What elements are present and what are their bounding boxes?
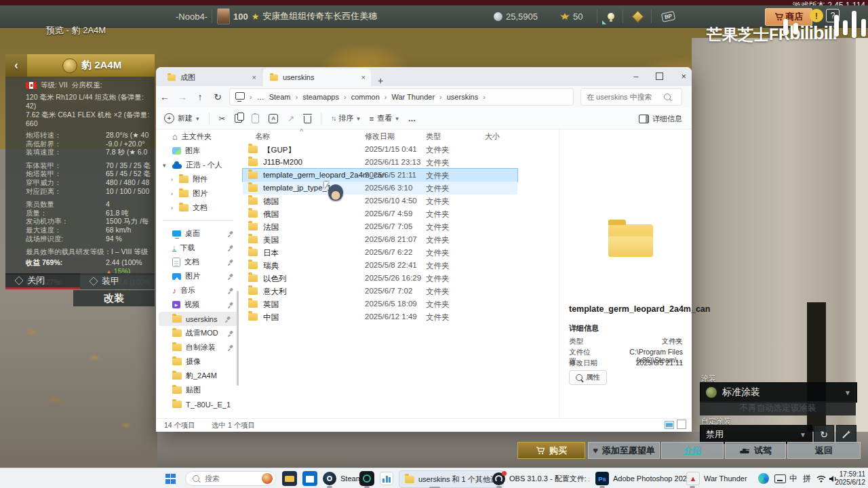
- taskbar-clock[interactable]: 17:59:11 2025/6/12: [826, 470, 865, 487]
- explorer-search-input[interactable]: [585, 92, 664, 102]
- taskbar-search[interactable]: [185, 471, 276, 486]
- sidebar-item-camera[interactable]: 摄像: [156, 354, 240, 369]
- forward-nav-icon[interactable]: →: [174, 92, 191, 102]
- file-row[interactable]: 德国2025/6/10 4:50文件夹: [243, 195, 538, 207]
- sidebar-item-gallery[interactable]: 图库: [156, 144, 240, 158]
- taskbar-search-input[interactable]: [203, 474, 254, 483]
- breadcrumb-item[interactable]: steamapps: [302, 93, 339, 101]
- tab-close-icon[interactable]: ×: [361, 73, 366, 81]
- breadcrumb-item[interactable]: userskins: [447, 93, 478, 101]
- test-drive-button[interactable]: 试驾: [725, 442, 786, 459]
- taskbar-explorer-task[interactable]: userskins 和 1 个其他选: [399, 470, 504, 488]
- sidebar-item-documents[interactable]: 文档: [156, 255, 240, 269]
- more-button[interactable]: …: [408, 115, 416, 123]
- paint-dropdown[interactable]: 标准涂装 ▼: [700, 382, 857, 403]
- back-nav-icon[interactable]: ←: [156, 92, 174, 102]
- breadcrumb-item[interactable]: Steam: [269, 93, 291, 101]
- list-view-toggle[interactable]: [665, 421, 674, 429]
- file-row[interactable]: 俄国2025/6/7 4:59文件夹: [243, 207, 538, 220]
- magic-wand-button[interactable]: [836, 425, 856, 444]
- file-row[interactable]: 美国2025/6/8 21:07文件夹: [243, 233, 538, 246]
- sidebar-item-pictures[interactable]: 图片: [156, 269, 240, 283]
- column-size[interactable]: 大小: [485, 131, 500, 142]
- modifications-button[interactable]: 改装: [73, 290, 155, 306]
- rename-button[interactable]: A: [269, 114, 278, 123]
- sidebar-item-custom-skins[interactable]: 自制涂装: [156, 340, 240, 354]
- taskbar-steam[interactable]: Steam: [323, 468, 362, 488]
- view-button[interactable]: ≡ 查看 ▾: [370, 113, 399, 123]
- refresh-skins-button[interactable]: ↻: [814, 425, 834, 444]
- breadcrumb-item[interactable]: War Thunder: [391, 93, 435, 101]
- column-date[interactable]: 修改日期: [365, 131, 395, 142]
- file-row[interactable]: 中国2025/6/12 1:49文件夹: [243, 310, 538, 323]
- crew-slot[interactable]: 100 ★ 安康鱼组组传奇车长西住美穗: [217, 5, 377, 27]
- sidebar-item-leopard[interactable]: 豹_2A4M: [156, 369, 240, 383]
- chevron-right-icon[interactable]: ›: [171, 176, 173, 183]
- ime-language[interactable]: 中: [789, 468, 797, 488]
- details-pane-button[interactable]: 详细信息: [639, 108, 682, 129]
- custom-paint-dropdown[interactable]: 禁用 ▼: [700, 425, 812, 444]
- breadcrumb[interactable]: › … Steam › steamapps › common › War Thu…: [229, 88, 574, 106]
- ime-mode[interactable]: 拼: [803, 468, 811, 488]
- refresh-icon[interactable]: ↻: [209, 92, 226, 102]
- start-button[interactable]: [165, 468, 176, 488]
- silver-lions-counter[interactable]: 25,5905: [494, 5, 538, 27]
- chevron-right-icon[interactable]: ›: [171, 190, 173, 197]
- tray-keyboard[interactable]: [774, 468, 786, 488]
- file-row-hover[interactable]: template_jp_type_102025/6/6 3:10文件夹: [243, 182, 517, 195]
- file-row[interactable]: 【GUP】2025/1/15 0:41文件夹: [243, 143, 538, 156]
- armor-button[interactable]: 装甲: [80, 273, 155, 289]
- file-row[interactable]: 以色列2025/5/26 16:29文件夹: [243, 272, 538, 285]
- sidebar-item-warthunder-mod[interactable]: 战雷MOD: [156, 326, 240, 340]
- tray-browser[interactable]: [758, 468, 769, 488]
- battle-pass-indicator[interactable]: BP: [662, 5, 675, 27]
- new-button[interactable]: + 新建 ▾: [164, 113, 199, 123]
- tab-close-icon[interactable]: ×: [252, 73, 256, 81]
- thumbnail-view-toggle[interactable]: [677, 420, 686, 429]
- buy-button[interactable]: 购买: [517, 442, 585, 459]
- chevron-right-icon[interactable]: ›: [171, 205, 173, 211]
- explorer-tab-active[interactable]: userskins ×: [262, 68, 371, 86]
- sidebar-item-decals[interactable]: 贴图: [156, 383, 240, 397]
- sidebar-item-music[interactable]: ♪音乐: [156, 283, 240, 298]
- taskbar-obs[interactable]: OBS 31.0.3 - 配置文件: 未: [492, 468, 589, 488]
- chevron-down-icon[interactable]: ▾: [163, 162, 166, 169]
- breadcrumb-ellipsis[interactable]: …: [257, 93, 264, 101]
- minimize-button[interactable]: –: [633, 71, 638, 81]
- sidebar-item-desktop[interactable]: 桌面: [156, 226, 240, 241]
- maximize-button[interactable]: [656, 73, 663, 80]
- sidebar-scrollbar[interactable]: [237, 291, 239, 386]
- share-button[interactable]: ↗: [288, 114, 294, 123]
- taskbar-power-app[interactable]: [359, 468, 374, 488]
- up-nav-icon[interactable]: ↑: [191, 92, 209, 102]
- no-auto-select-button[interactable]: 不再自动选定该涂装: [700, 401, 856, 415]
- lightbulb-indicator[interactable]: [608, 5, 614, 27]
- file-row[interactable]: J11B-M2002025/6/11 23:13文件夹: [243, 156, 538, 169]
- window-close-button[interactable]: ×: [681, 71, 686, 81]
- column-name[interactable]: 名称: [255, 131, 270, 142]
- sort-button[interactable]: ↑↓ 排序 ▾: [331, 113, 360, 123]
- copy-button[interactable]: [235, 114, 242, 123]
- taskbar-files-app[interactable]: [282, 468, 297, 488]
- close-button[interactable]: 关闭: [5, 273, 80, 289]
- taskbar-photoshop[interactable]: Ps Adobe Photoshop 2023: [595, 468, 691, 488]
- cut-button[interactable]: ✂: [219, 114, 226, 123]
- file-row[interactable]: 英国2025/6/5 18:09文件夹: [243, 298, 538, 310]
- column-type[interactable]: 类型: [426, 131, 441, 142]
- premium-indicator[interactable]: [633, 5, 642, 27]
- taskbar-warthunder[interactable]: ▲ War Thunder: [686, 468, 747, 488]
- breadcrumb-item[interactable]: common: [351, 93, 380, 101]
- sidebar-item-attachments[interactable]: ›附件: [156, 172, 240, 186]
- new-tab-button[interactable]: +: [378, 75, 383, 86]
- tray-wifi[interactable]: [816, 468, 826, 488]
- sidebar-item-documents-cloud[interactable]: ›文档: [156, 201, 240, 215]
- back-action-button[interactable]: 返回: [787, 442, 861, 459]
- sidebar-item-home[interactable]: ⌂主文件夹: [156, 129, 240, 144]
- delete-button[interactable]: [304, 116, 311, 123]
- file-row[interactable]: 瑞典2025/5/8 22:41文件夹: [243, 259, 538, 272]
- file-row[interactable]: 日本2025/6/7 6:22文件夹: [243, 246, 538, 259]
- taskbar-store[interactable]: [302, 468, 317, 488]
- sidebar-item-userskins[interactable]: userskins: [159, 312, 237, 326]
- golden-eagles-counter[interactable]: 50: [560, 5, 583, 27]
- back-button[interactable]: ‹: [5, 54, 27, 77]
